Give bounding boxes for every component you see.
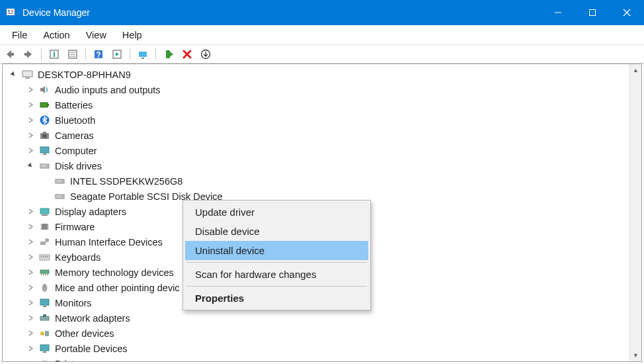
tree-item-batteries[interactable]: Batteries [3,97,641,113]
scroll-up-button[interactable]: ▲ [630,64,641,76]
svg-rect-66 [40,345,49,351]
tree-item-disk-intel[interactable]: INTEL SSDPEKKW256G8 [3,173,641,189]
toolbar-separator [130,48,130,60]
expander-closed-icon[interactable] [26,146,35,155]
svg-rect-3 [8,13,13,14]
svg-rect-23 [40,103,48,107]
maximize-button[interactable] [575,0,610,25]
toolbar-separator [85,48,86,60]
uninstall-device-button[interactable] [179,46,196,62]
printer-icon [38,358,51,363]
svg-rect-65 [45,331,49,336]
expander-closed-icon[interactable] [26,85,35,94]
svg-rect-55 [43,274,44,275]
disk-icon [53,175,66,187]
svg-point-32 [46,165,48,167]
expander-closed-icon[interactable] [26,131,35,140]
scroll-down-button[interactable]: ▼ [630,349,641,361]
forward-button[interactable] [20,46,37,62]
update-driver-button[interactable] [197,46,214,62]
svg-rect-57 [47,274,48,275]
expander-closed-icon[interactable] [26,298,35,307]
mouse-icon [38,282,51,294]
memory-icon [38,267,51,279]
svg-rect-31 [40,164,49,168]
tree-root[interactable]: DESKTOP-8PHHAN9 [3,67,641,82]
tree-item-disk-drives[interactable]: Disk drives [3,158,641,173]
svg-rect-37 [40,208,49,214]
tree-item-print-queues[interactable]: Print queues [3,356,641,362]
expander-closed-icon[interactable] [26,344,35,353]
other-devices-icon [38,328,51,340]
close-button[interactable] [610,0,644,25]
scroll-track[interactable] [630,76,641,349]
expander-closed-icon[interactable] [26,359,35,362]
keyboard-icon [38,251,51,263]
context-menu: Update driver Disable device Uninstall d… [182,200,371,310]
monitor-icon [38,145,51,157]
tree-item-bluetooth[interactable]: Bluetooth [3,113,641,128]
context-menu-scan-hardware[interactable]: Scan for hardware changes [185,265,368,284]
vertical-scrollbar[interactable]: ▲ ▼ [629,64,641,361]
svg-rect-1 [8,10,10,12]
back-button[interactable] [1,46,19,62]
help-button[interactable]: ? [90,46,107,62]
expander-closed-icon[interactable] [26,238,35,246]
tree-item-audio[interactable]: Audio inputs and outputs [3,82,641,97]
menu-view[interactable]: View [78,27,114,43]
svg-rect-49 [41,256,42,257]
context-menu-properties[interactable]: Properties [185,289,368,308]
window-title: Device Manager [22,7,541,18]
tree-item-computer[interactable]: Computer [3,143,641,158]
titlebar[interactable]: Device Manager [0,0,644,25]
context-menu-disable-device[interactable]: Disable device [185,222,368,241]
menubar: File Action View Help [0,25,644,45]
svg-rect-17 [139,52,147,57]
svg-rect-19 [166,50,170,58]
svg-point-64 [40,332,44,336]
show-hide-console-button[interactable] [46,46,63,62]
expander-closed-icon[interactable] [26,253,35,261]
expander-closed-icon[interactable] [26,314,35,322]
toolbar: ? [0,45,644,64]
action-button[interactable] [108,46,126,62]
portable-icon [38,343,51,355]
menu-help[interactable]: Help [114,27,150,43]
context-menu-update-driver[interactable]: Update driver [185,203,368,222]
display-adapter-icon [38,206,51,218]
svg-point-27 [42,134,46,138]
minimize-button[interactable] [541,0,575,25]
properties-button[interactable] [64,46,81,62]
expander-closed-icon[interactable] [26,283,35,292]
add-legacy-button[interactable] [160,46,177,62]
bluetooth-icon [38,114,51,126]
svg-rect-30 [43,154,46,155]
svg-rect-29 [40,147,49,153]
svg-rect-22 [25,77,30,79]
svg-rect-46 [40,242,46,245]
expander-open-icon[interactable] [26,161,35,170]
menu-file[interactable]: File [4,27,35,43]
menu-action[interactable]: Action [35,27,77,43]
expander-closed-icon[interactable] [26,329,35,338]
svg-rect-54 [41,274,42,275]
svg-rect-21 [22,71,32,77]
expander-closed-icon[interactable] [26,207,35,216]
expander-closed-icon[interactable] [26,116,35,124]
svg-rect-35 [56,195,64,199]
expander-closed-icon[interactable] [26,268,35,277]
scan-hardware-button[interactable] [134,46,151,62]
tree-item-cameras[interactable]: Cameras [3,128,641,143]
context-menu-separator [186,286,367,287]
expander-closed-icon[interactable] [26,222,35,231]
expander-closed-icon[interactable] [26,101,35,109]
tree-item-network[interactable]: Network adapters [3,310,641,326]
network-icon [38,312,51,324]
app-icon [5,7,16,18]
svg-rect-69 [42,360,47,362]
svg-rect-60 [40,299,49,305]
tree-item-portable[interactable]: Portable Devices [3,341,641,356]
context-menu-uninstall-device[interactable]: Uninstall device [185,241,368,260]
tree-item-other[interactable]: Other devices [3,326,641,341]
expander-open-icon[interactable] [9,70,18,79]
